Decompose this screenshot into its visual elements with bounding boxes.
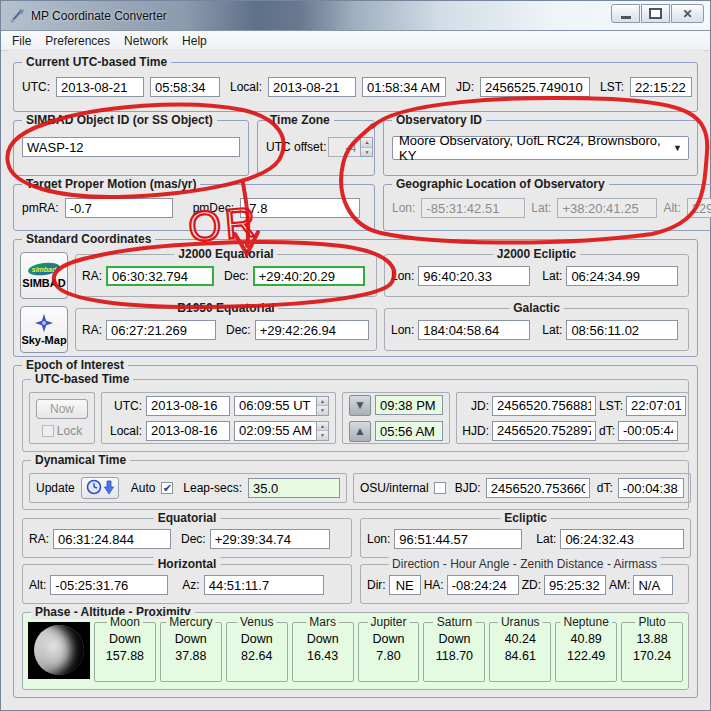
sunrise-time-field [375,421,443,441]
sunset-time-field [375,395,443,415]
svg-text:simbad: simbad [32,266,57,273]
galactic-lon-field[interactable] [418,320,530,340]
group-title: Time Zone [266,113,334,127]
j2000-ra-input[interactable] [106,266,214,286]
hour-angle-field[interactable] [447,575,519,595]
j2000-dec-input[interactable] [253,266,365,286]
spinner-buttons: ▲▼ [316,396,329,416]
sunset-button[interactable]: ▼ [349,395,371,416]
epoch-now-panel: Now Lock [29,392,95,444]
group-title: Target Proper Motion (mas/yr) [22,177,200,191]
group-simbad-object: SIMBAD Object ID (or SS Object) [13,120,249,176]
group-title: Epoch of Interest [22,358,128,372]
epoch-local-date-field[interactable] [146,421,230,441]
epoch-local-time-field[interactable] [234,421,316,441]
lat-label: Lat: [531,201,551,215]
simbad-query-button[interactable]: simbad SIMBAD [20,252,68,299]
dec-label: Dec: [181,532,206,546]
horizontal-alt-field[interactable] [50,575,168,595]
spinner-buttons: ▲▼ [316,421,329,441]
planet-box-uranus: Uranus 40.24 84.61 [489,622,551,682]
subgroup-galactic: Galactic Lon: Lat: [384,308,689,351]
local-label: Local: [108,424,142,438]
epoch-ecl-lon-field[interactable] [394,529,522,549]
simbad-logo-icon: simbad [27,262,61,276]
ra-label: RA: [29,532,49,546]
epoch-sun-panel: ▼ ▲ [342,392,450,444]
current-utc-date-field[interactable] [56,77,144,97]
pmra-input[interactable] [65,198,173,218]
update-button[interactable] [81,477,119,499]
menu-network[interactable]: Network [117,32,175,50]
restore-button[interactable] [641,4,670,23]
epoch-dt-field[interactable] [618,421,678,441]
pmra-label: pmRA: [22,201,59,215]
group-time-zone: Time Zone UTC offset: ▲▼ [257,120,375,176]
subgroup-title: Dynamical Time [31,453,130,467]
epoch-jd-field[interactable] [492,396,596,416]
epoch-utc-date-field[interactable] [146,396,230,416]
galactic-lat-field[interactable] [566,320,678,340]
planet-proximity: 157.88 [96,648,154,665]
subgroup-phase-altitude-proximity: Phase - Altitude - Proximity Moon Down 1… [22,612,689,690]
horizontal-az-field[interactable] [204,575,324,595]
planet-name: Moon [107,615,143,629]
subgroup-j2000-equatorial: J2000 Equatorial RA: Dec: [75,254,377,297]
epoch-hjd-field[interactable] [492,421,596,441]
epoch-local-time-stepper: ▲▼ [234,421,329,441]
bjd-field[interactable] [486,478,590,498]
close-button[interactable]: ✕ [671,4,704,23]
current-local-time-field[interactable] [362,77,446,97]
b1950-dec-field[interactable] [255,320,369,340]
skymap-button-label: Sky-Map [21,334,66,346]
subgroup-title: Galactic [509,301,564,315]
planet-proximity: 37.88 [162,648,220,665]
group-geo-location: Geographic Location of Observatory Lon: … [383,184,711,231]
az-label: Az: [182,578,199,592]
j2000-ecl-lat-field[interactable] [566,266,678,286]
airmass-field[interactable] [633,575,673,595]
spinner-up-icon: ▲ [317,422,328,432]
skymap-star-icon [33,313,55,333]
menu-help[interactable]: Help [175,32,214,50]
j2000-ecl-lon-field[interactable] [418,266,530,286]
pmdec-label: pmDec: [193,201,234,215]
restore-icon [649,8,662,19]
observatory-select[interactable]: Moore Observatory, UofL RC24, Brownsboro… [392,136,689,160]
utc-label: UTC: [22,80,50,94]
planet-name: Neptune [560,615,611,629]
epoch-ecl-lat-field[interactable] [560,529,684,549]
menu-file[interactable]: File [5,32,38,50]
lst-label: LST: [600,80,624,94]
minimize-button[interactable] [611,4,640,23]
epoch-dec-field[interactable] [210,529,330,549]
current-local-date-field[interactable] [268,77,356,97]
planet-name: Uranus [498,615,543,629]
simbad-button-label: SIMBAD [22,277,65,289]
group-observatory-id: Observatory ID Moore Observatory, UofL R… [383,120,698,176]
epoch-lst-field[interactable] [626,396,686,416]
spinner-down-icon: ▼ [317,431,328,440]
menu-preferences[interactable]: Preferences [38,32,117,50]
current-utc-time-field[interactable] [150,77,220,97]
pmdec-input[interactable] [240,198,360,218]
auto-checkbox[interactable]: ✔ [161,482,173,494]
b1950-ra-field[interactable] [106,320,216,340]
direction-field[interactable] [389,575,421,595]
leap-secs-input[interactable] [248,478,340,498]
current-jd-field[interactable] [480,77,590,97]
group-title: Standard Coordinates [22,232,155,246]
sunrise-button[interactable]: ▲ [349,421,371,442]
zenith-distance-field[interactable] [544,575,606,595]
current-lst-field[interactable] [630,77,692,97]
skymap-button[interactable]: Sky-Map [20,306,68,353]
simbad-object-input[interactable] [22,137,240,157]
epoch-ra-field[interactable] [53,529,171,549]
epoch-utc-time-field[interactable] [234,396,316,416]
spinner-buttons: ▲▼ [360,137,373,157]
main-content: Current UTC-based Time UTC: Local: JD: L… [8,49,703,710]
planet-name: Mars [306,615,339,629]
osu-internal-checkbox[interactable] [434,482,446,494]
dynamical-dt-field[interactable] [618,478,684,498]
group-title: SIMBAD Object ID (or SS Object) [22,113,217,127]
